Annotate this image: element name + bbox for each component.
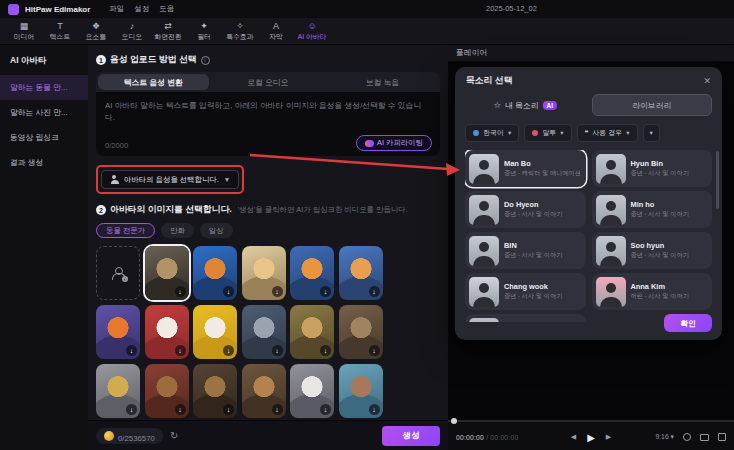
download-icon[interactable]: ↓	[369, 345, 380, 356]
next-frame-icon[interactable]: ▶	[606, 433, 611, 441]
effects-icon: ✧	[236, 21, 244, 31]
quote-icon: ❝	[585, 129, 589, 137]
fullscreen-icon[interactable]	[718, 433, 726, 441]
aspect-ratio-dropdown[interactable]: 9:16 ▾	[655, 433, 674, 441]
menu-item-파일[interactable]: 파일	[104, 4, 129, 14]
download-icon[interactable]: ↓	[272, 404, 283, 415]
tab-tts[interactable]: 텍스트 음성 변환	[98, 74, 209, 90]
download-icon[interactable]: ↓	[369, 404, 380, 415]
avatar-tile-fox-anchor[interactable]: ↓	[290, 246, 334, 300]
avatar-tile-tabby-cat-anchor[interactable]: ↓	[145, 246, 189, 300]
toolbar-item-subtitle[interactable]: A 자막	[258, 21, 294, 42]
sidebar-item-result-generate[interactable]: 결과 생성	[0, 150, 88, 175]
download-icon[interactable]: ↓	[175, 404, 186, 415]
voice-avatar	[596, 277, 626, 307]
download-icon[interactable]: ↓	[126, 345, 137, 356]
voice-selection-dialog: 목소리 선택 ✕ ☆ 내 목소리 AI 라이브러리 한국어 ▾ 말투 ▾ ❝ 사…	[455, 67, 722, 340]
toolbar-item-audio[interactable]: ♪ 오디오	[114, 21, 150, 42]
avatar-tile-orange-cat-suit[interactable]: ↓	[193, 246, 237, 300]
toolbar-item-elements[interactable]: ❖ 요소들	[78, 21, 114, 42]
download-icon[interactable]: ↓	[223, 345, 234, 356]
tab-local-audio[interactable]: 로컬 오디오	[211, 72, 326, 92]
avatar-voice-dropdown[interactable]: 아바타의 음성을 선택합니다. ▼	[101, 170, 239, 189]
voice-card-soo-hyun[interactable]: Soo hyun 중년 - 서사 및 이야기	[592, 232, 713, 269]
download-icon[interactable]: ↓	[320, 404, 331, 415]
chip-cartoon[interactable]: 만화	[161, 223, 194, 238]
script-textarea[interactable]: AI 아바타 말하는 텍스트를 입력하고, 아래의 아바타 이미지와 음성을 생…	[96, 92, 440, 156]
chip-animal-expert[interactable]: 동물 전문가	[96, 223, 155, 238]
tab-my-voice[interactable]: ☆ 내 목소리 AI	[465, 94, 586, 116]
download-icon[interactable]: ↓	[320, 286, 331, 297]
step2-title: 아바타의 이미지를 선택합니다.	[110, 204, 232, 216]
avatar-tile-bear-red[interactable]: ↓	[145, 364, 189, 418]
voice-card-man-bo[interactable]: Man Bo 중년 - 캐릭터 및 애니메이션	[465, 150, 586, 187]
download-icon[interactable]: ↓	[369, 286, 380, 297]
prev-frame-icon[interactable]: ◀	[571, 433, 576, 441]
chip-daily[interactable]: 일상	[200, 223, 233, 238]
voice-card-chang-wook[interactable]: Chang wook 중년 - 서사 및 이야기	[465, 273, 586, 310]
toolbar-item-text[interactable]: T 텍스트	[42, 21, 78, 42]
voice-card-min-ho[interactable]: Min ho 중년 - 서사 및 이야기	[592, 191, 713, 228]
download-icon[interactable]: ↓	[175, 345, 186, 356]
confirm-button[interactable]: 확인	[664, 314, 712, 332]
voice-card-kyc[interactable]: KYC	[465, 314, 586, 322]
menu-item-도움[interactable]: 도움	[154, 4, 179, 14]
close-icon[interactable]: ✕	[703, 76, 711, 86]
avatar-tile-leopard[interactable]: ↓	[96, 364, 140, 418]
avatar-tile-beaver-suit[interactable]: ↓	[339, 364, 383, 418]
text-icon: T	[57, 21, 63, 31]
sidebar-item-video-lipsync[interactable]: 동영상 립싱크	[0, 125, 88, 150]
filter-use-case[interactable]: ❝ 사용 경우 ▾	[577, 124, 638, 142]
filter-more-dropdown[interactable]: ▾	[643, 124, 660, 142]
refresh-icon[interactable]: ↻	[170, 430, 178, 441]
avatar-tile-corgi-anchor[interactable]: ↓	[339, 246, 383, 300]
tab-vocal-record[interactable]: 보컬 녹음	[325, 72, 440, 92]
menu-item-설정[interactable]: 설정	[129, 4, 154, 14]
toolbar-item-filter[interactable]: ✦ 필터	[186, 21, 222, 42]
avatar-tile-panda-yellow[interactable]: ↓	[193, 305, 237, 359]
info-icon[interactable]: i	[201, 56, 210, 65]
toolbar-item-ai-avatar[interactable]: ☺ AI 아바타	[294, 21, 330, 42]
voice-card-bin[interactable]: BIN 중년 - 서사 및 이야기	[465, 232, 586, 269]
tab-library[interactable]: 라이브러리	[592, 94, 713, 116]
avatar-tile-panda-red[interactable]: ↓	[145, 305, 189, 359]
player-timeline[interactable]	[448, 420, 734, 422]
filter-tone[interactable]: 말투 ▾	[524, 124, 571, 142]
ai-copywriting-icon	[365, 140, 374, 147]
person-voice-icon	[110, 175, 119, 184]
download-icon[interactable]: ↓	[320, 345, 331, 356]
voice-card-hyun-bin[interactable]: Hyun Bin 중년 - 서사 및 이야기	[592, 150, 713, 187]
toolbar-item-effects[interactable]: ✧ 특수효과	[222, 21, 258, 42]
avatar-tile-fox-city[interactable]: ↓	[96, 305, 140, 359]
avatar-tile-wolf[interactable]: ↓	[339, 305, 383, 359]
snapshot-icon[interactable]	[683, 433, 691, 441]
download-icon[interactable]: ↓	[223, 404, 234, 415]
ai-copywriting-button[interactable]: AI 카피라이팅	[356, 135, 432, 151]
avatar-tile-lion[interactable]: ↓	[193, 364, 237, 418]
download-icon[interactable]: ↓	[126, 404, 137, 415]
avatar-tile-panda-gray[interactable]: ↓	[290, 364, 334, 418]
toolbar-item-media[interactable]: ▦ 미디어	[6, 21, 42, 42]
generate-button[interactable]: 생성	[382, 426, 440, 446]
voice-card-anna-kim[interactable]: Anna Kim 어린 - 서사 및 이야기	[592, 273, 713, 310]
voice-filters: 한국어 ▾ 말투 ▾ ❝ 사용 경우 ▾ ▾	[465, 124, 712, 142]
toolbar-item-transition[interactable]: ⇄ 화면전환	[150, 21, 186, 42]
download-icon[interactable]: ↓	[223, 286, 234, 297]
sidebar-item-talking-photo[interactable]: 말하는 사진 만...	[0, 100, 88, 125]
avatar-tile-dog-office[interactable]: ↓	[242, 364, 286, 418]
avatar-tile-kangaroo[interactable]: ↓	[290, 305, 334, 359]
avatar-tile-cream-cat-office[interactable]: ↓	[242, 246, 286, 300]
player-panel: 플레이어 목소리 선택 ✕ ☆ 내 목소리 AI 라이브러리 한국어 ▾ 말투 …	[448, 45, 734, 450]
mini-player-icon[interactable]	[700, 434, 709, 441]
dialog-scrollbar[interactable]	[716, 151, 719, 209]
subtitle-icon: A	[273, 21, 279, 31]
download-icon[interactable]: ↓	[272, 286, 283, 297]
filter-language[interactable]: 한국어 ▾	[465, 124, 519, 142]
sidebar-item-talking-animal[interactable]: 말하는 동물 만...	[0, 75, 88, 100]
avatar-upload-tile[interactable]: +	[96, 246, 140, 300]
download-icon[interactable]: ↓	[175, 286, 186, 297]
avatar-tile-raccoon[interactable]: ↓	[242, 305, 286, 359]
download-icon[interactable]: ↓	[272, 345, 283, 356]
play-icon[interactable]: ▶	[587, 432, 595, 443]
voice-card-do-hyeon[interactable]: Do Hyeon 중년 - 서사 및 이야기	[465, 191, 586, 228]
